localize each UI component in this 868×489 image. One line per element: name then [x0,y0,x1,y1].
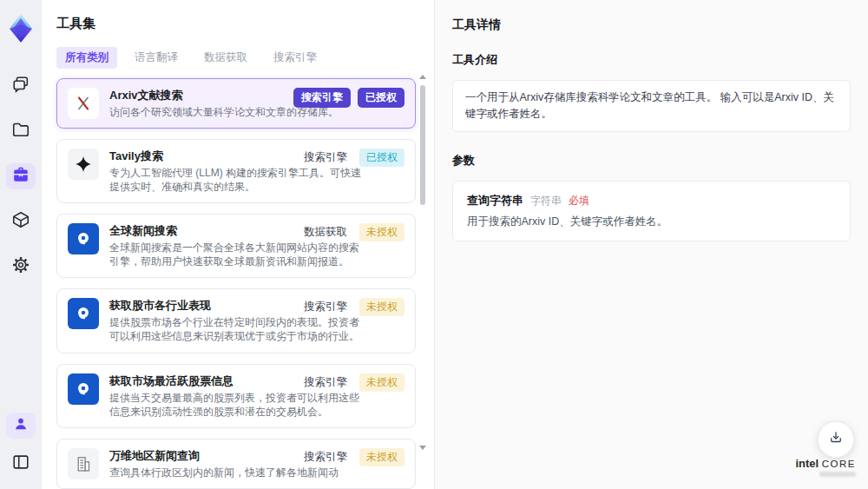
sidebar-item-packages[interactable] [6,208,36,235]
status-badge: 未授权 [359,448,404,466]
tab-data-fetching[interactable]: 数据获取 [195,47,256,69]
tool-desc: 提供当天交易量最高的股票列表，投资者可以利用这些信息来识别流动性强的股票和潜在的… [109,391,366,419]
status-badge: 已授权 [358,88,404,108]
category-label: 搜索引擎 [304,150,347,165]
arxiv-icon [68,88,99,119]
category-label: 数据获取 [304,225,347,240]
category-label: 搜索引擎 [304,450,347,465]
param-desc: 用于搜索的Arxiv ID、关键字或作者姓名。 [467,215,836,229]
sidebar-item-files[interactable] [6,118,36,144]
gear-icon [11,255,30,278]
toolbox-icon [11,165,30,188]
tool-card-arxiv[interactable]: Arxiv文献搜索 访问各个研究领域大量科学论文和文章的存储库。 搜索引擎 已授… [56,78,416,129]
param-required-flag: 必填 [569,194,589,208]
tavily-star-icon [68,149,99,180]
tool-tags: 搜索引擎 未授权 [304,448,404,466]
page-title: 工具集 [56,16,434,32]
sidebar-item-panel-toggle[interactable] [6,451,36,477]
sidebar-item-user[interactable] [6,413,36,439]
download-button[interactable] [818,421,854,458]
tab-search-engine[interactable]: 搜索引擎 [265,47,326,69]
category-label: 搜索引擎 [304,375,347,390]
status-badge: 未授权 [359,223,404,241]
details-title: 工具详情 [452,17,851,33]
building-icon [68,448,99,479]
category-label: 搜索引擎 [304,300,347,314]
category-tabs: 所有类别 语言翻译 数据获取 搜索引擎 [56,47,434,69]
tool-card-sector-performance[interactable]: 获取股市各行业表现 提供股票市场各个行业在特定时间段内的表现。投资者可以利用这些… [56,288,416,353]
tool-card-active-stocks[interactable]: 获取市场最活跃股票信息 提供当天交易量最高的股票列表，投资者可以利用这些信息来识… [56,364,416,428]
sidebar-item-settings[interactable] [6,254,36,280]
param-name: 查询字符串 [467,193,523,208]
user-icon [12,415,30,436]
tool-list: Arxiv文献搜索 访问各个研究领域大量科学论文和文章的存储库。 搜索引擎 已授… [56,78,416,489]
params-heading: 参数 [452,153,851,169]
intro-text-box: 一个用于从Arxiv存储库搜索科学论文和文章的工具。 输入可以是Arxiv ID… [452,80,851,132]
tool-card-tavily[interactable]: Tavily搜索 专为人工智能代理 (LLM) 构建的搜索引擎工具。可快速提供实… [56,139,416,203]
tool-desc: 查询具体行政区划内的新闻，快速了解各地新闻动 [109,466,339,479]
scrollbar-up-arrow-icon[interactable] [419,75,426,79]
app-logo-icon [3,10,38,45]
tool-tags: 数据获取 未授权 [304,223,404,241]
category-badge: 搜索引擎 [293,88,351,108]
news-app-icon [68,298,99,329]
tool-tags: 搜索引擎 未授权 [304,373,404,392]
tool-card-global-news[interactable]: 全球新闻搜索 全球新闻搜索是一个聚合全球各大新闻网站内容的搜索引擎，帮助用户快速… [56,214,416,278]
news-app-icon [68,373,99,405]
intel-sub-brand-blur [819,472,856,477]
tool-tags: 搜索引擎 已授权 [293,88,404,108]
param-card: 查询字符串 字符串 必填 用于搜索的Arxiv ID、关键字或作者姓名。 [452,181,851,241]
param-header: 查询字符串 字符串 必填 [467,193,836,208]
cube-icon [11,210,30,233]
news-app-icon [68,223,99,254]
tool-tags: 搜索引擎 未授权 [304,298,404,316]
scrollbar[interactable] [419,76,426,450]
sidebar-item-chat[interactable] [6,73,36,99]
rail-nav [6,73,36,280]
tab-all-categories[interactable]: 所有类别 [56,47,117,69]
intro-heading: 工具介绍 [452,52,851,68]
param-type: 字符串 [530,194,562,208]
status-badge: 已授权 [359,149,404,167]
folder-icon [11,120,30,142]
status-badge: 未授权 [359,373,404,392]
tool-card-regional-news[interactable]: 万维地区新闻查询 查询具体行政区划内的新闻，快速了解各地新闻动 搜索引擎 未授权 [56,439,416,489]
tool-tags: 搜索引擎 已授权 [304,149,404,167]
core-wordmark: CORE [822,459,856,469]
scrollbar-down-arrow-icon[interactable] [419,446,426,450]
tab-language-translation[interactable]: 语言翻译 [126,47,187,69]
rail-bottom [6,413,36,477]
intel-wordmark: intel [795,457,819,470]
tool-details-panel: 工具详情 工具介绍 一个用于从Arxiv存储库搜索科学论文和文章的工具。 输入可… [434,0,868,489]
tool-desc: 专为人工智能代理 (LLM) 构建的搜索引擎工具。可快速提供实时、准确和真实的结… [109,166,366,194]
tool-desc: 提供股票市场各个行业在特定时间段内的表现。投资者可以利用这些信息来识别表现优于或… [109,315,366,343]
download-icon [828,430,844,449]
scrollbar-thumb[interactable] [420,85,425,205]
status-badge: 未授权 [359,298,404,316]
sidebar-item-toolbox[interactable] [6,163,36,189]
panel-layout-icon [11,453,30,475]
tools-panel: 工具集 所有类别 语言翻译 数据获取 搜索引擎 Arxiv文献搜索 访问各个研究… [42,0,434,489]
left-icon-rail [0,0,42,489]
chat-icon [11,75,30,97]
tool-desc: 全球新闻搜索是一个聚合全球各大新闻网站内容的搜索引擎，帮助用户快速获取全球最新资… [109,241,366,268]
intel-core-logo: intel CORE [795,457,856,477]
